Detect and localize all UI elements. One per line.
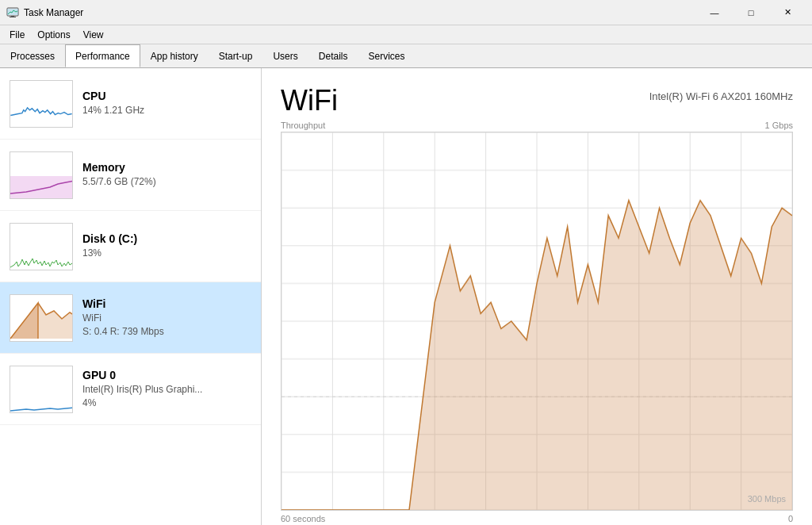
menu-file[interactable]: File <box>3 28 31 42</box>
time-start-label: 60 seconds <box>281 514 325 523</box>
wifi-info: WiFi WiFi S: 0.4 R: 739 Mbps <box>82 297 251 339</box>
cpu-info: CPU 14% 1.21 GHz <box>82 90 251 117</box>
gpu-detail2: 4% <box>82 397 251 410</box>
panel-subtitle: Intel(R) Wi-Fi 6 AX201 160MHz <box>649 90 793 102</box>
title-bar: Task Manager — □ ✕ <box>0 0 812 25</box>
menu-view[interactable]: View <box>77 28 110 42</box>
tab-performance[interactable]: Performance <box>65 44 140 67</box>
chart-top-labels: Throughput 1 Gbps <box>281 121 793 130</box>
wifi-detail2: S: 0.4 R: 739 Mbps <box>82 325 251 339</box>
app-icon <box>6 6 19 19</box>
disk-label: Disk 0 (C:) <box>82 232 251 245</box>
main-content: CPU 14% 1.21 GHz Memory 5.5/7.6 GB (72%) <box>0 68 812 525</box>
mid-label: 300 Mbps <box>748 494 786 504</box>
sidebar-item-wifi[interactable]: WiFi WiFi S: 0.4 R: 739 Mbps <box>0 282 261 354</box>
memory-thumbnail <box>10 151 73 199</box>
panel-header: WiFi Intel(R) Wi-Fi 6 AX201 160MHz <box>281 84 793 117</box>
gpu-thumbnail <box>10 366 73 413</box>
app-title: Task Manager <box>24 7 696 18</box>
tab-processes[interactable]: Processes <box>0 44 65 67</box>
window-controls: — □ ✕ <box>696 0 806 25</box>
minimize-button[interactable]: — <box>696 0 733 25</box>
disk-thumbnail <box>10 223 73 270</box>
max-label: 1 Gbps <box>765 121 793 130</box>
memory-info: Memory 5.5/7.6 GB (72%) <box>82 161 251 189</box>
throughput-label: Throughput <box>281 121 325 130</box>
sidebar-item-memory[interactable]: Memory 5.5/7.6 GB (72%) <box>0 140 261 211</box>
menu-options[interactable]: Options <box>31 28 76 42</box>
svg-rect-2 <box>11 16 14 17</box>
wifi-label: WiFi <box>82 297 251 310</box>
tab-users[interactable]: Users <box>262 44 308 67</box>
panel-title: WiFi <box>281 84 338 117</box>
close-button[interactable]: ✕ <box>769 0 806 25</box>
chart-bottom-labels: 60 seconds 0 <box>281 514 793 523</box>
tab-bar: Processes Performance App history Start-… <box>0 44 812 68</box>
svg-rect-7 <box>10 224 73 270</box>
wifi-chart: 300 Mbps <box>281 132 793 511</box>
cpu-thumbnail <box>10 80 73 128</box>
wifi-chart-canvas <box>282 132 792 510</box>
memory-detail: 5.5/7.6 GB (72%) <box>82 175 251 189</box>
gpu-detail1: Intel(R) Iris(R) Plus Graphi... <box>82 383 251 397</box>
time-end-label: 0 <box>788 514 793 523</box>
svg-rect-3 <box>10 17 16 17</box>
tab-startup[interactable]: Start-up <box>209 44 263 67</box>
cpu-detail: 14% 1.21 GHz <box>82 104 251 117</box>
svg-rect-6 <box>10 176 73 199</box>
sidebar-item-disk[interactable]: Disk 0 (C:) 13% <box>0 211 261 282</box>
memory-label: Memory <box>82 161 251 174</box>
cpu-label: CPU <box>82 90 251 102</box>
maximize-button[interactable]: □ <box>733 0 769 25</box>
disk-detail: 13% <box>82 247 251 260</box>
menu-bar: File Options View <box>0 25 812 44</box>
sidebar-item-gpu[interactable]: GPU 0 Intel(R) Iris(R) Plus Graphi... 4% <box>0 354 261 425</box>
sidebar-item-cpu[interactable]: CPU 14% 1.21 GHz <box>0 68 261 140</box>
sidebar: CPU 14% 1.21 GHz Memory 5.5/7.6 GB (72%) <box>0 68 262 525</box>
right-panel: WiFi Intel(R) Wi-Fi 6 AX201 160MHz Throu… <box>262 68 812 525</box>
tab-app-history[interactable]: App history <box>140 44 209 67</box>
svg-rect-11 <box>10 366 73 413</box>
tab-services[interactable]: Services <box>358 44 415 67</box>
gpu-label: GPU 0 <box>82 369 251 381</box>
disk-info: Disk 0 (C:) 13% <box>82 232 251 260</box>
wifi-thumbnail <box>10 294 73 342</box>
gpu-info: GPU 0 Intel(R) Iris(R) Plus Graphi... 4% <box>82 369 251 410</box>
svg-rect-4 <box>10 81 71 127</box>
wifi-detail1: WiFi <box>82 312 251 325</box>
tab-details[interactable]: Details <box>308 44 358 67</box>
